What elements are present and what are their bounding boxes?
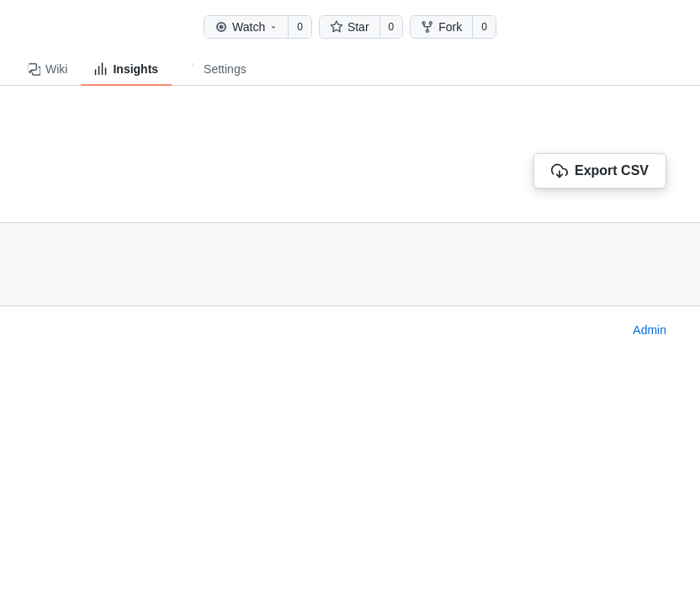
watch-btn-group: Watch 0 [204,15,312,39]
export-area: Export CSV [0,86,700,205]
export-csv-label: Export CSV [575,163,649,178]
settings-icon [185,62,199,76]
download-cloud-icon [551,162,568,179]
fork-label: Fork [438,20,462,34]
watch-button[interactable]: Watch [204,16,289,38]
export-csv-button[interactable]: Export CSV [533,153,666,189]
tab-insights[interactable]: Insights [81,54,172,86]
fork-icon [421,20,434,34]
star-btn-group: Star 0 [319,15,403,39]
chevron-down-icon [269,23,278,31]
action-bar: Watch 0 Star 0 Fork 0 [0,0,700,54]
svg-point-0 [220,26,223,29]
watch-icon [215,20,228,34]
fork-button[interactable]: Fork [411,16,473,38]
tab-settings[interactable]: Settings [172,54,260,86]
fork-count[interactable]: 0 [473,16,496,38]
fork-btn-group: Fork 0 [410,15,496,39]
admin-link[interactable]: Admin [633,323,666,337]
tab-navigation: Wiki Insights Settings [0,54,700,86]
star-icon [330,20,343,34]
tab-insights-label: Insights [113,62,158,76]
light-section [0,222,700,306]
tab-wiki-label: Wiki [45,62,67,76]
tab-settings-label: Settings [204,62,247,76]
star-button[interactable]: Star [320,16,380,38]
watch-label: Watch [232,20,265,34]
star-label: Star [347,20,369,34]
wiki-icon [27,62,40,76]
star-count[interactable]: 0 [380,16,403,38]
watch-count[interactable]: 0 [289,16,311,38]
insights-icon [94,62,108,76]
footer-area: Admin [0,306,700,354]
tab-wiki[interactable]: Wiki [13,54,81,86]
